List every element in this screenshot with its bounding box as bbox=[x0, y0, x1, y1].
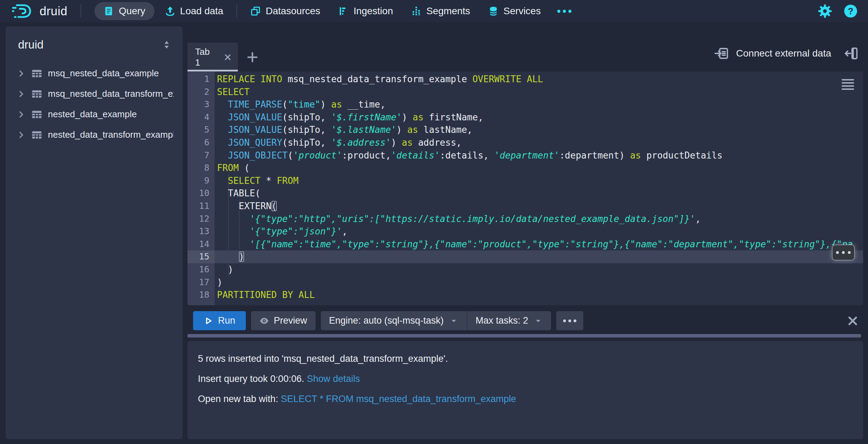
code-line-2[interactable]: 2SELECT bbox=[187, 86, 863, 99]
code-line-11[interactable]: 11 EXTERN( bbox=[187, 200, 863, 213]
table-name: nested_data_example bbox=[48, 109, 137, 120]
line-number: 6 bbox=[187, 136, 215, 149]
connect-external-data-icon bbox=[715, 46, 728, 60]
table-row[interactable]: nested_data_example bbox=[15, 104, 174, 125]
nav-item-datasources[interactable]: Datasources bbox=[250, 6, 320, 17]
help-icon[interactable]: ? bbox=[844, 4, 858, 18]
engine-select[interactable]: Engine: auto (sql-msq-task) bbox=[321, 311, 467, 330]
line-number: 14 bbox=[187, 238, 215, 251]
code-line-6[interactable]: 6 JSON_QUERY(shipTo, '$.address') as add… bbox=[187, 136, 863, 149]
double-caret-vertical-icon[interactable] bbox=[162, 40, 172, 50]
tab-close-icon[interactable] bbox=[223, 53, 232, 62]
query-icon bbox=[103, 6, 114, 16]
splitter-handle[interactable] bbox=[187, 334, 861, 338]
nav-label-query: Query bbox=[119, 6, 145, 17]
play-icon bbox=[203, 316, 213, 326]
nav-more-icon[interactable] bbox=[557, 10, 571, 13]
max-tasks-select[interactable]: Max tasks: 2 bbox=[467, 311, 551, 330]
table-row[interactable]: msq_nested_data_example bbox=[15, 63, 174, 84]
segments-icon bbox=[411, 6, 422, 16]
editor-overflow-button[interactable] bbox=[832, 245, 855, 261]
eye-icon bbox=[259, 316, 269, 326]
line-number: 17 bbox=[187, 276, 215, 289]
run-bar: Run Preview Engine: auto (sql-msq-task) … bbox=[193, 311, 863, 330]
preview-button[interactable]: Preview bbox=[251, 311, 316, 330]
nav-item-ingestion[interactable]: Ingestion bbox=[338, 6, 393, 17]
line-number: 12 bbox=[187, 213, 215, 225]
tab-tab1[interactable]: Tab 1 bbox=[187, 43, 238, 71]
druid-wordmark: druid bbox=[40, 4, 67, 18]
nav-label-segments: Segments bbox=[426, 6, 470, 17]
code-line-13[interactable]: 13 '{"type":"json"}', bbox=[187, 225, 863, 238]
connect-external-data-button[interactable]: Connect external data bbox=[715, 46, 831, 60]
table-row[interactable]: nested_data_transform_exampl bbox=[15, 125, 174, 145]
caret-down-icon bbox=[534, 316, 543, 325]
code-line-3[interactable]: 3 TIME_PARSE("time") as __time, bbox=[187, 98, 863, 111]
nav-item-query[interactable]: Query bbox=[94, 2, 154, 20]
line-number: 16 bbox=[187, 263, 215, 276]
code-line-8[interactable]: 8FROM ( bbox=[187, 162, 863, 174]
tab-bar: Tab 1 Connect external data bbox=[187, 26, 863, 71]
table-list: msq_nested_data_example msq_nested_data_… bbox=[15, 63, 174, 145]
line-number: 4 bbox=[187, 111, 215, 124]
datasources-icon bbox=[250, 6, 261, 16]
sql-editor[interactable]: 1REPLACE INTO msq_nested_data_transform_… bbox=[187, 71, 863, 305]
engine-settings-group: Engine: auto (sql-msq-task) Max tasks: 2 bbox=[321, 311, 551, 330]
nav-item-services[interactable]: Services bbox=[488, 6, 541, 17]
add-tab-icon[interactable] bbox=[246, 51, 259, 64]
open-query-link[interactable]: SELECT * FROM msq_nested_data_transform_… bbox=[281, 394, 516, 404]
nav-label-services: Services bbox=[503, 6, 541, 17]
settings-gear-icon[interactable] bbox=[818, 4, 832, 18]
open-panel-icon[interactable] bbox=[844, 46, 858, 60]
top-navbar: druid Query Load data Datasources Ingest… bbox=[0, 0, 868, 22]
chevron-right-icon[interactable] bbox=[17, 110, 26, 119]
chevron-right-icon[interactable] bbox=[17, 130, 26, 139]
line-number: 3 bbox=[187, 98, 215, 111]
nav-item-segments[interactable]: Segments bbox=[411, 6, 470, 17]
table-icon bbox=[31, 109, 42, 120]
run-button[interactable]: Run bbox=[193, 311, 246, 330]
nav-label-load-data: Load data bbox=[180, 6, 224, 17]
code-line-17[interactable]: 17) bbox=[187, 276, 863, 289]
line-number: 9 bbox=[187, 174, 215, 187]
code-line-7[interactable]: 7 JSON_OBJECT('product':product,'details… bbox=[187, 149, 863, 162]
table-row[interactable]: msq_nested_data_transform_ex bbox=[15, 84, 174, 104]
load-data-icon bbox=[165, 6, 175, 16]
table-icon bbox=[31, 68, 42, 79]
code-line-12[interactable]: 12 '{"type":"http","uris":["https://stat… bbox=[187, 213, 863, 225]
rows-inserted-message: 5 rows inserted into 'msq_nested_data_tr… bbox=[198, 353, 853, 364]
open-new-tab-line: Open new tab with: SELECT * FROM msq_nes… bbox=[198, 394, 853, 404]
nav-label-ingestion: Ingestion bbox=[353, 6, 393, 17]
editor-menu-icon[interactable] bbox=[842, 79, 854, 92]
connect-external-data-label: Connect external data bbox=[736, 48, 831, 59]
code-line-9[interactable]: 9 SELECT * FROM bbox=[187, 174, 863, 187]
line-number: 15 bbox=[187, 250, 215, 263]
line-number: 10 bbox=[187, 187, 215, 200]
druid-logo-icon[interactable] bbox=[12, 3, 35, 19]
line-number: 11 bbox=[187, 200, 215, 213]
code-line-4[interactable]: 4 JSON_VALUE(shipTo, '$.firstName') as f… bbox=[187, 111, 863, 124]
open-new-tab-text: Open new tab with: bbox=[198, 394, 281, 404]
line-number: 7 bbox=[187, 149, 215, 162]
code-area[interactable]: 1REPLACE INTO msq_nested_data_transform_… bbox=[187, 73, 863, 301]
nav-item-load-data[interactable]: Load data bbox=[165, 6, 224, 17]
druid-console: { "navbar": { "logo_text": "druid", "que… bbox=[0, 0, 868, 444]
code-line-16[interactable]: 16 ) bbox=[187, 263, 863, 276]
code-line-14[interactable]: 14 '[{"name":"time","type":"string"},{"n… bbox=[187, 238, 863, 251]
table-name: nested_data_transform_exampl bbox=[48, 129, 174, 140]
code-line-15[interactable]: 15 ) bbox=[187, 250, 863, 263]
close-results-icon[interactable] bbox=[846, 315, 859, 327]
query-duration-text: Insert query took 0:00:06. bbox=[198, 374, 307, 384]
code-line-10[interactable]: 10 TABLE( bbox=[187, 187, 863, 200]
code-line-18[interactable]: 18PARTITIONED BY ALL bbox=[187, 289, 863, 301]
table-name: msq_nested_data_transform_ex bbox=[48, 88, 174, 99]
chevron-right-icon[interactable] bbox=[17, 69, 26, 78]
table-icon bbox=[31, 129, 42, 140]
chevron-right-icon[interactable] bbox=[17, 89, 26, 99]
run-more-button[interactable] bbox=[556, 311, 583, 330]
code-line-5[interactable]: 5 JSON_VALUE(shipTo, '$.lastName') as la… bbox=[187, 123, 863, 136]
preview-label: Preview bbox=[274, 315, 307, 326]
line-number: 2 bbox=[187, 86, 215, 99]
code-line-1[interactable]: 1REPLACE INTO msq_nested_data_transform_… bbox=[187, 73, 863, 86]
show-details-link[interactable]: Show details bbox=[307, 374, 360, 384]
